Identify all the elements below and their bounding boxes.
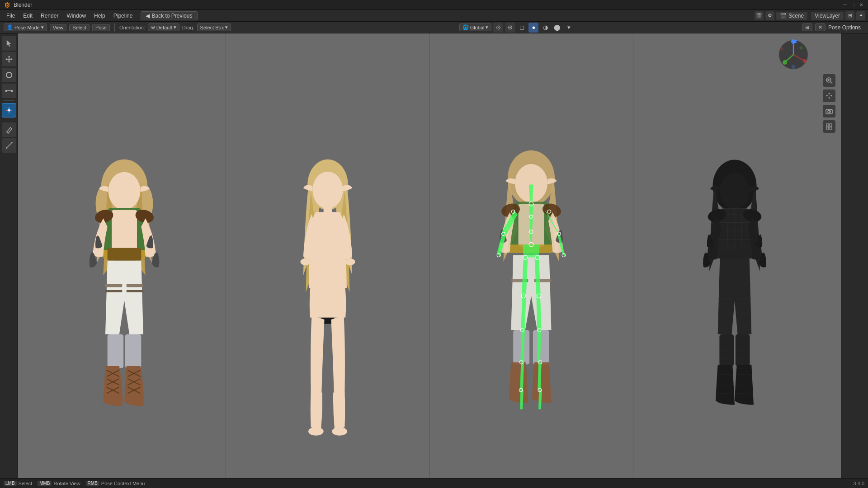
svg-rect-37 [105, 290, 122, 292]
blender-logo-icon [4, 1, 11, 9]
shading-solid[interactable]: ● [528, 23, 538, 33]
svg-rect-35 [105, 284, 122, 287]
mode-icon: 👤 [7, 24, 13, 30]
main-layout: Z [0, 33, 868, 478]
svg-marker-170 [826, 95, 827, 97]
cursor-tool-button[interactable] [2, 36, 16, 51]
select-menu[interactable]: Select [69, 24, 90, 31]
menu-edit[interactable]: Edit [19, 12, 36, 20]
svg-rect-30 [112, 210, 137, 252]
scene-selector[interactable]: 🎬 Scene [776, 12, 807, 20]
global-selector[interactable]: 🌐 Global ▾ [459, 23, 492, 31]
view-menu[interactable]: View [50, 24, 67, 31]
splash-icon[interactable]: ✦ [856, 11, 865, 20]
version-label: 3.4.0 [854, 481, 864, 486]
workspace-icon[interactable]: ⊞ [845, 11, 854, 20]
char-panel-1 [23, 33, 226, 478]
mode-selector[interactable]: 👤 Pose Mode ▾ [4, 23, 47, 31]
overlay-toggle[interactable]: ⊛ [505, 23, 515, 33]
drag-label: Drag: [182, 25, 194, 30]
close-button[interactable]: ✕ [858, 2, 864, 8]
pose-menu[interactable]: Pose [92, 24, 110, 31]
pose-options-close-btn[interactable]: ✕ [815, 23, 826, 31]
svg-point-162 [781, 47, 784, 51]
svg-line-165 [830, 82, 832, 84]
app-title: Blender [14, 2, 32, 8]
pan-button[interactable] [823, 89, 835, 102]
window-controls: ─ □ ✕ [842, 2, 864, 8]
scale-tool-button[interactable] [2, 84, 16, 98]
nav-icons [823, 74, 835, 133]
svg-point-163 [800, 47, 803, 50]
character-1-figure [70, 157, 179, 474]
svg-line-23 [6, 143, 12, 148]
drag-dropdown-icon: ▾ [225, 24, 228, 30]
menu-help[interactable]: Help [90, 12, 109, 20]
svg-point-161 [792, 65, 795, 69]
render-icon[interactable]: 🎬 [755, 11, 764, 20]
svg-rect-34 [107, 248, 141, 261]
mode-dropdown-icon: ▾ [41, 24, 44, 30]
svg-point-59 [300, 258, 310, 265]
menu-file[interactable]: File [3, 12, 19, 20]
move-tool-button[interactable] [2, 52, 16, 66]
character-4-figure [685, 157, 784, 474]
svg-point-54 [312, 172, 343, 209]
camera-view-button[interactable] [823, 105, 835, 117]
svg-rect-176 [830, 124, 832, 126]
rotate-tool-button[interactable] [2, 68, 16, 82]
status-bar: LMB Select MMB Rotate View RMB Pose Cont… [0, 478, 868, 488]
annotate-tool-button[interactable] [2, 122, 16, 137]
measure-tool-button[interactable] [2, 138, 16, 153]
svg-marker-11 [11, 58, 13, 60]
view-layer-selector[interactable]: ViewLayer [811, 12, 844, 20]
drag-selector[interactable]: Select Box ▾ [197, 23, 231, 31]
svg-rect-70 [533, 330, 549, 365]
maximize-button[interactable]: □ [850, 2, 856, 8]
svg-rect-122 [717, 251, 753, 258]
snap-toggle[interactable]: ⊙ [493, 23, 503, 33]
orientation-dropdown-icon: ▾ [174, 24, 176, 30]
svg-point-111 [720, 173, 750, 209]
orientation-selector[interactable]: ⊕ Default ▾ [148, 23, 179, 31]
minimize-button[interactable]: ─ [842, 2, 848, 8]
orientation-label: Orientation: [119, 25, 145, 30]
menu-window[interactable]: Window [63, 12, 90, 20]
pose-options-settings-btn[interactable]: ⊞ [802, 23, 812, 31]
scene-icon: 🎬 [780, 13, 787, 19]
svg-rect-39 [107, 334, 123, 368]
axis-gizmo[interactable]: Z [778, 39, 809, 70]
properties-icon[interactable]: ⚙ [765, 11, 774, 20]
back-arrow-icon: ◀ [146, 13, 150, 19]
svg-point-16 [8, 109, 10, 112]
menu-pipeline[interactable]: Pipeline [110, 12, 137, 20]
svg-marker-8 [8, 56, 10, 57]
transform-tool-button[interactable] [2, 103, 16, 117]
global-icon: 🌐 [462, 24, 469, 30]
status-item-rotate: MMB Rotate View [38, 481, 80, 486]
svg-point-158 [803, 59, 807, 63]
back-to-previous-button[interactable]: ◀ Back to Previous [141, 11, 197, 20]
mmb-key: MMB [38, 481, 52, 486]
shading-wireframe[interactable]: ◻ [517, 23, 527, 33]
char-panel-3 [430, 33, 633, 478]
rmb-key: RMB [86, 481, 99, 486]
toolbar-separator-1 [4, 100, 14, 101]
svg-rect-38 [126, 290, 143, 292]
svg-rect-175 [826, 124, 829, 126]
zoom-to-fit-button[interactable] [823, 74, 835, 87]
svg-marker-80 [520, 390, 524, 409]
svg-rect-178 [830, 127, 832, 129]
svg-marker-171 [831, 95, 832, 97]
viewport[interactable]: Z [18, 33, 841, 478]
menu-bar: File Edit Render Window Help Pipeline ◀ … [0, 10, 868, 22]
svg-marker-10 [5, 58, 7, 60]
svg-rect-36 [126, 284, 143, 287]
shading-material[interactable]: ◑ [540, 23, 550, 33]
grid-view-button[interactable] [823, 120, 835, 133]
menu-render[interactable]: Render [37, 12, 62, 20]
shading-settings[interactable]: ▾ [564, 23, 574, 33]
svg-marker-169 [828, 98, 830, 99]
rotate-view-label: Rotate View [53, 481, 80, 486]
shading-rendered[interactable]: ⬤ [552, 23, 562, 33]
